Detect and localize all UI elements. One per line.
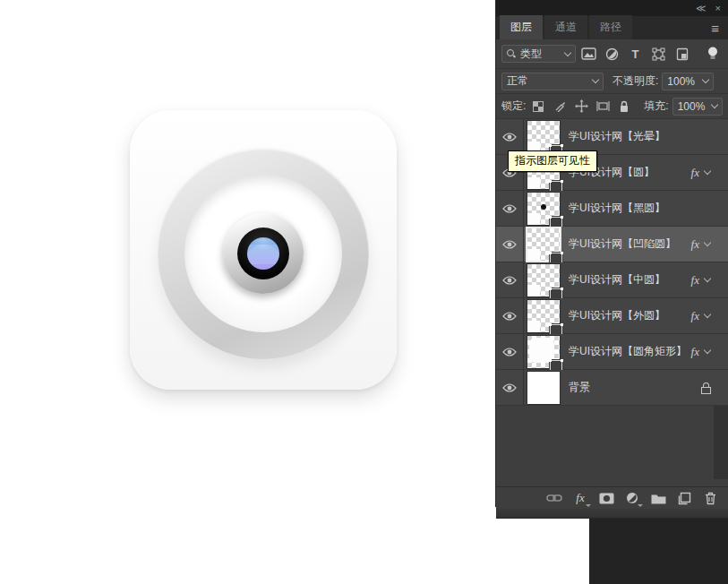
- panel-menu-icon[interactable]: ≡: [711, 21, 719, 36]
- chevron-down-icon[interactable]: [704, 275, 711, 282]
- opacity-value: 100%: [667, 75, 695, 88]
- vector-mask-badge-icon: [550, 253, 562, 263]
- layer-name[interactable]: 学UI设计网【光晕】: [569, 129, 665, 144]
- layer-filtering-toggle[interactable]: [702, 44, 723, 64]
- chevron-down-icon[interactable]: [704, 347, 711, 354]
- flyout-triangle-icon: [638, 504, 643, 507]
- layer-row-waiyuan[interactable]: 学UI设计网【外圆】 fx: [496, 298, 728, 334]
- type-letter-icon: T: [632, 47, 639, 61]
- filter-type-label: 类型: [520, 47, 542, 62]
- visibility-eye-icon[interactable]: [496, 370, 524, 405]
- lock-transparency-button[interactable]: [529, 98, 547, 116]
- layer-row-guangyun[interactable]: 学UI设计网【光晕】: [496, 119, 728, 155]
- opacity-dropdown[interactable]: 100%: [662, 73, 714, 90]
- filter-type-dropdown[interactable]: 类型: [501, 45, 576, 63]
- layer-style-button[interactable]: fx: [571, 490, 589, 506]
- chevron-down-icon: [564, 48, 571, 56]
- vector-mask-badge-icon: [550, 181, 562, 192]
- layer-thumbnail[interactable]: [527, 121, 560, 153]
- add-layer-mask-button[interactable]: [597, 490, 615, 506]
- filter-shape-layers-button[interactable]: [648, 44, 669, 64]
- lock-row: 锁定: 填充: 100%: [496, 94, 728, 119]
- flyout-triangle-icon: [586, 504, 591, 507]
- delete-layer-button[interactable]: [701, 490, 719, 506]
- tab-channels[interactable]: 通道: [544, 15, 587, 39]
- artwork-avatar-body: [247, 245, 279, 264]
- layer-thumbnail[interactable]: [527, 300, 560, 332]
- tab-layers[interactable]: 图层: [500, 15, 543, 39]
- background-lock-icon: [701, 382, 710, 393]
- layer-name[interactable]: 背景: [569, 380, 590, 395]
- layer-name[interactable]: 学UI设计网【外圆】: [569, 308, 665, 323]
- fill-label: 填充:: [644, 99, 668, 114]
- lock-position-button[interactable]: [572, 98, 590, 116]
- layer-thumbnail[interactable]: [527, 336, 560, 368]
- lock-artboard-button[interactable]: [594, 98, 612, 116]
- layer-name[interactable]: 学UI设计网【凹陷圆】: [569, 236, 676, 252]
- lock-image-button[interactable]: [551, 98, 569, 116]
- lock-label: 锁定:: [501, 99, 526, 114]
- filter-type-layers-button[interactable]: T: [625, 44, 646, 64]
- fx-badge[interactable]: fx: [691, 166, 699, 180]
- fx-badge[interactable]: fx: [691, 237, 699, 252]
- visibility-eye-icon[interactable]: [496, 227, 524, 262]
- layers-panel: ≪ × 图层 通道 路径 ≡ 类型 T: [495, 0, 728, 507]
- chevron-down-icon[interactable]: [704, 239, 711, 246]
- link-layers-button[interactable]: [545, 490, 563, 506]
- layer-thumbnail[interactable]: [527, 264, 560, 296]
- chevron-down-icon[interactable]: [704, 311, 711, 318]
- collapse-panel-icon[interactable]: ≪: [696, 4, 707, 13]
- chevron-down-icon: [592, 76, 599, 83]
- blend-mode-row: 正常 不透明度: 100%: [496, 69, 728, 94]
- canvas-artwork-rounded-square: [130, 110, 397, 390]
- new-adjustment-layer-button[interactable]: [623, 490, 641, 506]
- panel-bottom-bar: fx: [496, 486, 728, 509]
- tab-paths[interactable]: 路径: [589, 15, 632, 39]
- visibility-eye-icon[interactable]: [496, 262, 524, 297]
- layer-name[interactable]: 学UI设计网【圆角矩形】: [569, 344, 687, 359]
- artwork-silver-ring: [223, 213, 304, 294]
- filter-smart-objects-button[interactable]: [672, 44, 692, 64]
- chevron-down-icon: [702, 76, 709, 83]
- layer-row-aoxianyuan-selected[interactable]: 学UI设计网【凹陷圆】 fx: [496, 227, 728, 262]
- layer-row-zhongyuan[interactable]: 学UI设计网【中圆】 fx: [496, 262, 728, 298]
- chevron-down-icon: [711, 101, 718, 108]
- layer-thumbnail[interactable]: [527, 193, 560, 225]
- fx-badge[interactable]: fx: [691, 309, 699, 323]
- vector-mask-badge-icon: [550, 324, 562, 335]
- fill-dropdown[interactable]: 100%: [672, 98, 723, 116]
- visibility-eye-icon[interactable]: [496, 119, 524, 154]
- new-layer-button[interactable]: [675, 490, 693, 506]
- visibility-eye-icon[interactable]: [496, 334, 524, 369]
- lock-all-button[interactable]: [615, 98, 633, 116]
- layer-row-background[interactable]: 背景: [496, 370, 728, 406]
- vector-mask-badge-icon: [550, 360, 562, 371]
- artwork-dish: [184, 175, 342, 332]
- layer-row-yuanjiao-juxing[interactable]: 学UI设计网【圆角矩形】 fx: [496, 334, 728, 370]
- layer-name[interactable]: 学UI设计网【中圆】: [569, 272, 665, 288]
- layer-row-heiyuan[interactable]: 学UI设计网【黑圆】: [496, 191, 728, 227]
- vector-mask-badge-icon: [550, 288, 562, 299]
- filter-pixel-layers-button[interactable]: [578, 44, 599, 64]
- blend-mode-dropdown[interactable]: 正常: [501, 73, 604, 90]
- layer-thumbnail[interactable]: [527, 372, 560, 404]
- panel-tab-bar: 图层 通道 路径 ≡: [496, 16, 728, 39]
- new-group-button[interactable]: [649, 490, 667, 506]
- visibility-eye-icon[interactable]: [496, 298, 524, 333]
- artwork-lens: [247, 237, 279, 270]
- chevron-down-icon[interactable]: [704, 167, 711, 175]
- search-icon: [507, 49, 516, 58]
- artwork-outer-ring: [158, 148, 369, 359]
- blend-mode-value: 正常: [507, 73, 528, 89]
- visibility-tooltip: 指示图层可见性: [508, 150, 597, 172]
- vector-mask-badge-icon: [550, 217, 562, 228]
- filter-adjustment-layers-button[interactable]: [602, 44, 622, 64]
- fx-badge[interactable]: fx: [691, 273, 699, 288]
- fx-badge[interactable]: fx: [691, 345, 699, 359]
- layer-thumbnail[interactable]: [527, 228, 560, 261]
- layer-list-empty-area: [496, 406, 728, 486]
- photoshop-screen: ≪ × 图层 通道 路径 ≡ 类型 T: [0, 0, 728, 584]
- close-panel-icon[interactable]: ×: [715, 4, 721, 13]
- visibility-eye-icon[interactable]: [496, 191, 524, 226]
- layer-name[interactable]: 学UI设计网【黑圆】: [569, 201, 665, 216]
